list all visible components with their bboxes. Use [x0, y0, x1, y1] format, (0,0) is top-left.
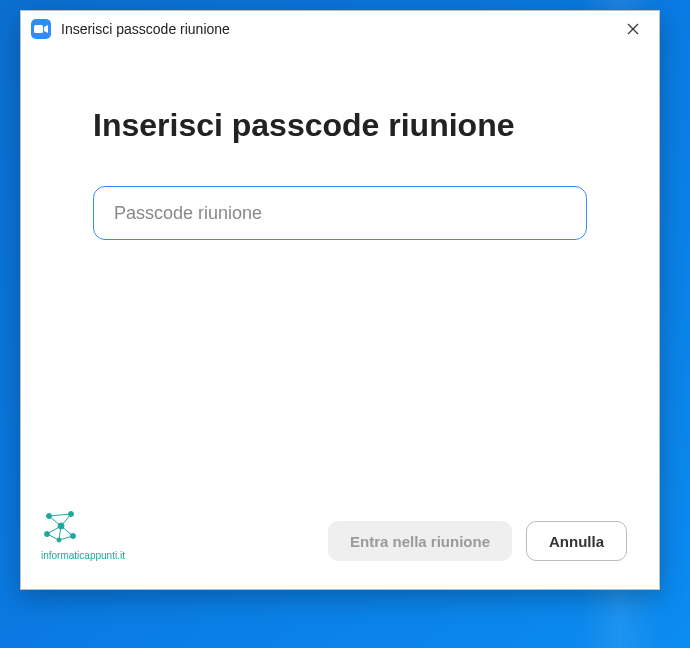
close-icon: [627, 23, 639, 35]
watermark: informaticappunti.it: [41, 506, 314, 561]
svg-line-13: [47, 534, 59, 540]
svg-line-12: [49, 514, 71, 516]
svg-line-9: [47, 526, 61, 534]
join-meeting-button[interactable]: Entra nella riunione: [328, 521, 512, 561]
passcode-dialog: Inserisci passcode riunione Inserisci pa…: [20, 10, 660, 590]
svg-line-7: [49, 516, 61, 526]
svg-line-10: [61, 526, 73, 536]
watermark-logo-icon: [41, 506, 81, 546]
dialog-footer: informaticappunti.it Entra nella riunion…: [21, 506, 659, 589]
close-button[interactable]: [615, 11, 651, 47]
svg-rect-0: [34, 25, 43, 33]
svg-line-8: [61, 514, 71, 526]
passcode-input[interactable]: [93, 186, 587, 240]
zoom-app-icon: [31, 19, 51, 39]
titlebar: Inserisci passcode riunione: [21, 11, 659, 47]
page-heading: Inserisci passcode riunione: [93, 107, 587, 144]
watermark-text: informaticappunti.it: [41, 550, 125, 561]
cancel-button[interactable]: Annulla: [526, 521, 627, 561]
window-title: Inserisci passcode riunione: [61, 21, 615, 37]
dialog-content: Inserisci passcode riunione: [21, 47, 659, 506]
